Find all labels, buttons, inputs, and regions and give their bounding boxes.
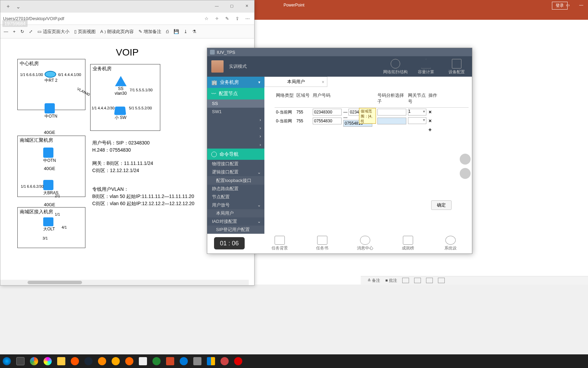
horizontal-scrollbar[interactable] [0, 280, 249, 285]
read-aloud-button[interactable]: A) 朗读此页内容 [100, 29, 134, 35]
menu-loopback[interactable]: 配置loopback接口 [207, 176, 264, 184]
explorer-button[interactable] [54, 354, 68, 368]
read-label: 朗读此页内容 [107, 29, 134, 35]
page-view-button[interactable]: ▯ 页面视图 [74, 29, 96, 35]
gateway-select[interactable]: 1 [408, 109, 426, 116]
close-button[interactable]: ✕ [239, 0, 254, 11]
normal-view-icon[interactable] [402, 278, 409, 283]
empty-slot-4[interactable] [207, 140, 264, 149]
menu-phys[interactable]: 物理接口配置 [207, 160, 264, 168]
ppt-notes-button[interactable]: ≙ 备注 [368, 278, 380, 283]
powerpoint-button[interactable] [163, 354, 177, 368]
more-icon[interactable]: ⋯ [243, 15, 251, 23]
ink-icon[interactable]: ✎ [223, 15, 231, 23]
analyzer-input[interactable] [377, 109, 406, 116]
app-button-5[interactable] [150, 354, 163, 368]
scrollbar-thumb[interactable] [28, 281, 82, 284]
collections-icon[interactable]: ✧ [213, 15, 221, 23]
tower-icon [421, 59, 431, 68]
ppt-comments-button[interactable]: ■ 批注 [385, 278, 397, 283]
zoom-in-button[interactable]: + [13, 29, 16, 34]
menu-logic[interactable]: 逻辑接口配置 [207, 168, 264, 176]
search-button[interactable] [95, 354, 109, 368]
saveas-button[interactable]: ⤓ [184, 29, 187, 34]
cfg-section-label: 配置节点 [219, 91, 238, 97]
ppt-minimize-icon[interactable]: — [574, 0, 588, 10]
num-from-input[interactable] [313, 118, 342, 124]
delete-row-button[interactable]: ✕ [428, 119, 432, 123]
analyzer-input[interactable] [377, 118, 406, 124]
tooltip: 值域范围：[4, 8] [359, 108, 376, 124]
empty-slot-1[interactable] [207, 116, 264, 124]
favorite-icon[interactable]: ☆ [202, 15, 211, 23]
annotate-button[interactable]: ✎ 增加备注 [138, 29, 161, 35]
node-sw1[interactable]: SW1 [207, 108, 264, 116]
iuv-button[interactable] [191, 354, 204, 368]
iuv-titlebar[interactable]: IUV_TPS [207, 48, 472, 56]
windows-icon [3, 357, 11, 365]
add-row-button[interactable]: + [428, 127, 431, 133]
task-bg-button[interactable]: 任务背景 [258, 236, 301, 251]
reading-view-icon[interactable] [426, 278, 433, 283]
zoom-out-button[interactable]: — [4, 29, 8, 34]
slideshow-view-icon[interactable] [438, 278, 445, 283]
capacity-button[interactable]: 容量计算 [411, 58, 441, 75]
menu-local-user[interactable]: 本局用户 [207, 209, 264, 217]
menu-node[interactable]: 节点配置 [207, 193, 264, 201]
rack-icon [452, 59, 461, 68]
menu-iad[interactable]: IAD对接配置 [207, 217, 264, 226]
steam-button[interactable] [82, 354, 95, 368]
paint-button[interactable] [136, 354, 150, 368]
url-text[interactable]: Users/27010/Desktop/VOIP.pdf [3, 16, 200, 21]
edge-button[interactable] [177, 354, 191, 368]
fit-page-button[interactable]: ▭ 适应页面大小 [37, 29, 69, 35]
chrome-button[interactable] [27, 354, 41, 368]
maximize-button[interactable]: ▢ [224, 0, 239, 11]
start-button[interactable] [0, 354, 14, 368]
tab-local-user[interactable]: 本局用户 × [264, 77, 327, 87]
app-button-1[interactable] [41, 354, 54, 368]
netease-button[interactable] [231, 354, 245, 368]
gateway-select[interactable] [408, 117, 426, 124]
printer-tool-icon[interactable] [460, 168, 471, 179]
new-tab-button[interactable]: + [3, 2, 13, 11]
system-button[interactable]: 系统设 [429, 236, 472, 251]
edge-tabstrip: + ⌄ — ▢ ✕ [0, 0, 254, 13]
tools-button[interactable]: ⚗ [192, 29, 196, 34]
share-icon[interactable]: ⇪ [233, 15, 241, 23]
box-access-title: 南城区接入机房 [18, 208, 85, 216]
app-button-2[interactable] [68, 354, 82, 368]
delete-row-button[interactable]: ✕ [428, 110, 432, 114]
achievements-button[interactable]: 成就榜 [387, 236, 429, 251]
save-button[interactable]: 💾 [174, 29, 179, 34]
security-button[interactable] [204, 354, 218, 368]
app-button-4[interactable] [122, 354, 136, 368]
topology-button[interactable]: 网络拓扑结构 [380, 58, 411, 75]
minimize-button[interactable]: — [209, 0, 224, 11]
rotate-button[interactable]: ↻ [20, 29, 24, 34]
menu-user[interactable]: 用户放号 [207, 201, 264, 209]
app-button-3[interactable] [109, 354, 122, 368]
avatar[interactable] [211, 60, 224, 73]
expand-button[interactable]: ⤢ [29, 29, 33, 34]
empty-slot-2[interactable] [207, 124, 264, 132]
node-ss[interactable]: SS [207, 99, 264, 108]
sorter-view-icon[interactable] [414, 278, 421, 283]
menu-static[interactable]: 静态路由配置 [207, 185, 264, 193]
empty-slot-3[interactable] [207, 132, 264, 140]
device-config-button[interactable]: 设备配置 [441, 58, 472, 75]
box-agg-title: 南城区汇聚机房 [18, 136, 85, 145]
menu-sip[interactable]: SIP登记用户配置 [207, 226, 264, 234]
location-selector[interactable]: 🏢 业务机房 [207, 77, 264, 88]
tab-dropdown-icon[interactable]: ⌄ [16, 3, 20, 10]
app-button-6[interactable] [218, 354, 231, 368]
globe-tool-icon[interactable] [460, 154, 471, 165]
num-from-input[interactable] [313, 109, 342, 116]
ppt-ribbon-opts-icon[interactable]: ▭ [561, 0, 574, 10]
task-book-button[interactable]: 任务书 [301, 236, 344, 251]
print-button[interactable]: ⎙ [166, 29, 169, 34]
taskview-button[interactable] [14, 354, 27, 368]
ok-button[interactable]: 确定 [431, 200, 452, 210]
tab-close-icon[interactable]: × [322, 79, 324, 85]
message-center-button[interactable]: 消息中心 [344, 236, 387, 251]
